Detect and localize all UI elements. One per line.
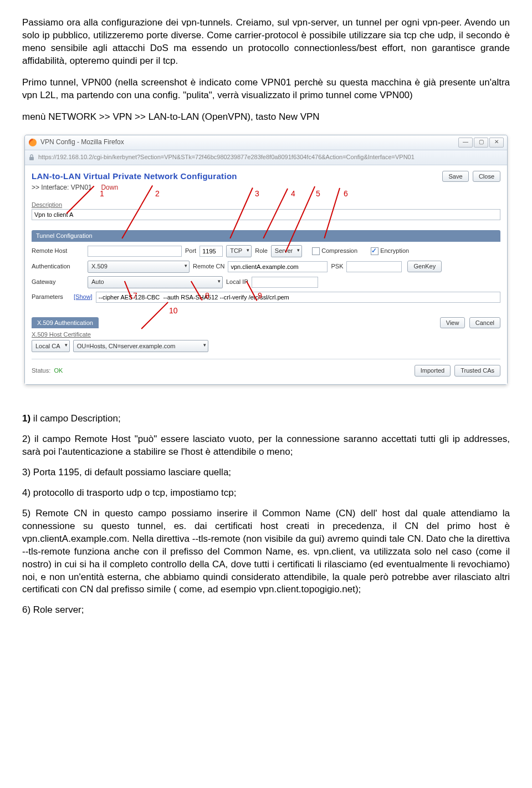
compression-checkbox[interactable] [312, 247, 320, 255]
genkey-button[interactable]: GenKey [407, 261, 442, 272]
maximize-button[interactable]: ▢ [474, 138, 488, 148]
window-controls: — ▢ ✕ [458, 138, 504, 148]
parameters-input[interactable] [96, 292, 500, 303]
firefox-icon [28, 138, 37, 147]
intro-paragraph-2: Primo tunnel, VPN00 (nella screenshot è … [22, 77, 510, 102]
role-select[interactable]: Server [271, 245, 302, 257]
list-item: 3) Porta 1195, di default possiamo lasci… [22, 466, 510, 479]
interface-line: >> Interface: VPN01 Down [32, 183, 500, 192]
list-item: 6) Role server; [22, 604, 510, 617]
list-item-text: il campo Description; [30, 413, 121, 424]
window-titlebar: VPN Config - Mozilla Firefox — ▢ ✕ [25, 135, 507, 150]
list-item: 5) Remote CN in questo campo possiamo in… [22, 507, 510, 597]
x509-tab-header: X.509 Authentication [32, 317, 99, 329]
numbered-list: 1) il campo Description; 2) il campo Rem… [22, 413, 510, 617]
list-item: 1) il campo Description; [22, 413, 510, 425]
list-item: 2) il campo Remote Host "può" essere las… [22, 433, 510, 459]
encryption-checkbox[interactable] [371, 247, 378, 255]
save-button[interactable]: Save [442, 171, 468, 182]
parameters-label: Parameters [32, 293, 70, 301]
local-ip-input[interactable] [252, 277, 318, 288]
authentication-label: Authentication [32, 262, 84, 271]
encryption-group: Encryption [371, 247, 409, 255]
local-ip-label: Local IP [226, 278, 248, 286]
compression-label: Compression [321, 247, 357, 254]
interface-prefix: >> Interface: [32, 184, 71, 191]
list-item: 4) protocollo di trasporto udp o tcp, im… [22, 487, 510, 500]
lock-icon [28, 154, 35, 161]
imported-button[interactable]: Imported [415, 365, 451, 377]
remote-cn-input[interactable] [228, 261, 328, 272]
close-button[interactable]: Close [473, 171, 500, 182]
description-input[interactable] [32, 209, 500, 220]
view-button[interactable]: View [440, 317, 466, 329]
status-group: Status: OK [32, 367, 63, 375]
port-input[interactable] [200, 246, 223, 257]
x509-dn-select[interactable]: OU=Hosts, CN=server.example.com [73, 340, 208, 352]
minimize-button[interactable]: — [458, 138, 473, 148]
tunnel-tab-header: Tunnel Configuration [32, 230, 500, 242]
intro-paragraph-1: Passiamo ora alla configurazione dei vpn… [22, 17, 510, 68]
gateway-label: Gateway [32, 278, 84, 286]
interface-name: VPN01 [71, 184, 92, 191]
url-text: https://192.168.10.2/cgi-bin/kerbynet?Se… [38, 153, 415, 161]
protocol-select[interactable]: TCP [226, 245, 252, 257]
role-label: Role [255, 247, 268, 255]
firefox-window: VPN Config - Mozilla Firefox — ▢ ✕ https… [24, 135, 508, 385]
page-content: LAN-to-LAN Virtual Private Network Confi… [25, 165, 507, 385]
cancel-button[interactable]: Cancel [469, 317, 500, 329]
psk-label: PSK [331, 262, 343, 271]
status-label: Status: [32, 367, 50, 374]
psk-input[interactable] [346, 261, 402, 272]
window-title: VPN Config - Mozilla Firefox [40, 138, 124, 146]
x509-cert-label: X.509 Host Certificate [32, 331, 500, 339]
trusted-cas-button[interactable]: Trusted CAs [454, 365, 500, 377]
x509-ca-select[interactable]: Local CA [32, 340, 70, 352]
remote-cn-label: Remote CN [193, 262, 224, 271]
encryption-label: Encryption [380, 247, 409, 254]
url-bar[interactable]: https://192.168.10.2/cgi-bin/kerbynet?Se… [25, 150, 507, 165]
parameters-show-link[interactable]: [Show] [74, 293, 93, 301]
port-label: Port [185, 247, 196, 255]
remote-host-input[interactable] [88, 246, 182, 257]
compression-group: Compression [312, 247, 357, 255]
close-window-button[interactable]: ✕ [489, 138, 504, 148]
page-title: LAN-to-LAN Virtual Private Network Confi… [32, 171, 237, 182]
authentication-select[interactable]: X.509 [88, 261, 190, 273]
description-label: Description [32, 201, 62, 208]
status-value: OK [54, 367, 63, 374]
menu-path-line: menù NETWORK >> VPN >> LAN-to-LAN (OpenV… [22, 111, 510, 124]
svg-rect-1 [29, 157, 34, 160]
remote-host-label: Remote Host [32, 247, 84, 255]
interface-status: Down [101, 184, 118, 191]
gateway-select[interactable]: Auto [88, 276, 223, 288]
